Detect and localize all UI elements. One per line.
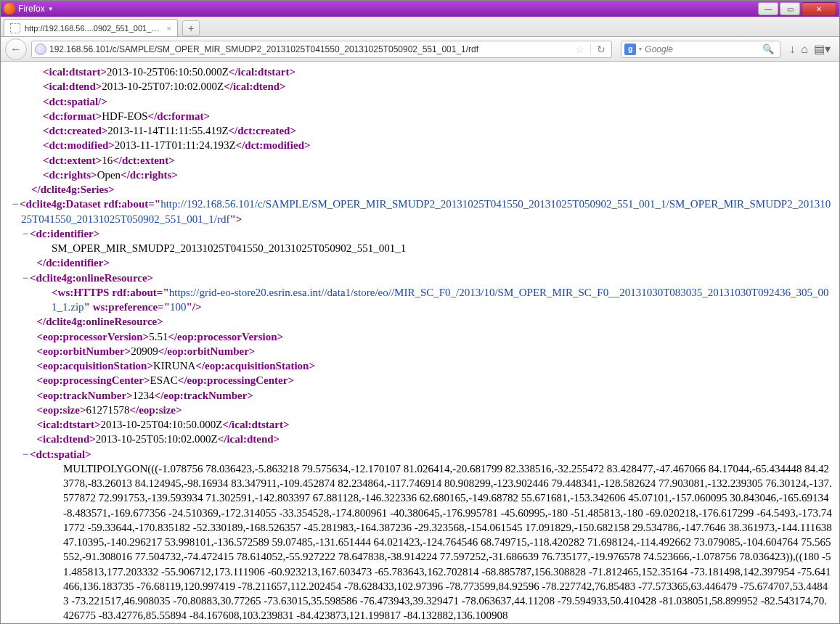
- xml-line: </dclite4g:onlineResource>: [31, 314, 832, 329]
- search-bar[interactable]: g ▾ 🔍: [621, 41, 780, 58]
- xml-line: <dc:rights>Open</dc:rights>: [43, 168, 832, 182]
- search-engine-icon[interactable]: g: [624, 44, 636, 55]
- collapse-toggle[interactable]: −: [21, 271, 30, 285]
- browser-window: Firefox ▼ — ▭ ✕ http://192.168.56....090…: [0, 0, 840, 624]
- navigation-bar: ← ☆ ↻ g ▾ 🔍 ↓ ⌂ ▤▾: [1, 37, 839, 62]
- xml-line: <eop:trackNumber>1234</eop:trackNumber>: [31, 388, 832, 403]
- close-button[interactable]: ✕: [802, 2, 836, 15]
- chevron-down-icon[interactable]: ▾: [639, 46, 642, 52]
- collapse-toggle[interactable]: −: [21, 447, 30, 461]
- xml-line: <dc:format>HDF-EOS</dc:format>: [43, 109, 832, 123]
- chevron-down-icon[interactable]: ▼: [48, 6, 54, 12]
- xml-line: </dclite4g:Series>: [31, 182, 832, 197]
- app-name: Firefox: [18, 4, 45, 14]
- search-input[interactable]: [645, 44, 759, 54]
- new-tab-button[interactable]: +: [182, 20, 200, 36]
- xml-line: MULTIPOLYGON(((-1.078756 78.036423,-5.86…: [63, 461, 832, 622]
- close-tab-icon[interactable]: ×: [167, 24, 171, 33]
- reload-icon[interactable]: ↻: [597, 44, 605, 55]
- xml-line: <dct:spatial/>: [43, 94, 832, 109]
- xml-line: <eop:size>61271578</eop:size>: [31, 403, 832, 417]
- xml-line: <ical:dtend>2013-10-25T05:10:02.000Z</ic…: [31, 432, 832, 446]
- firefox-icon: [4, 3, 15, 15]
- xml-line: −<dc:identifier>: [31, 226, 832, 241]
- collapse-toggle[interactable]: −: [11, 197, 20, 211]
- home-icon[interactable]: ⌂: [801, 43, 808, 56]
- tab-favicon: [10, 23, 20, 33]
- xml-line: SM_OPER_MIR_SMUDP2_20131025T041550_20131…: [52, 241, 832, 255]
- xml-line: <dct:created>2013-11-14T11:11:55.419Z</d…: [43, 123, 832, 138]
- bookmarks-menu-icon[interactable]: ▤▾: [814, 42, 831, 56]
- page-content[interactable]: <ical:dtstart>2013-10-25T06:10:50.000Z</…: [2, 62, 838, 622]
- xml-line: <eop:orbitNumber>20909</eop:orbitNumber>: [31, 344, 832, 358]
- xml-line: <dct:modified>2013-11-17T01:11:24.193Z</…: [43, 138, 832, 152]
- minimize-button[interactable]: —: [758, 2, 778, 15]
- collapse-toggle[interactable]: −: [21, 226, 30, 241]
- bookmark-icon[interactable]: ☆: [575, 44, 584, 55]
- back-button[interactable]: ←: [5, 38, 27, 60]
- maximize-button[interactable]: ▭: [780, 2, 800, 15]
- titlebar[interactable]: Firefox ▼ — ▭ ✕: [1, 1, 839, 17]
- url-bar[interactable]: ☆ ↻: [31, 41, 612, 58]
- tab-bar: http://192.168.56....0902_551_001_1/rdf …: [1, 17, 839, 37]
- tab-label: http://192.168.56....0902_551_001_1/rdf: [25, 24, 163, 33]
- search-icon[interactable]: 🔍: [762, 44, 774, 54]
- toolbar-icons: ↓ ⌂ ▤▾: [785, 42, 835, 56]
- xml-line: </dc:identifier>: [31, 255, 832, 270]
- xml-line: <ical:dtend>2013-10-25T07:10:02.000Z</ic…: [43, 79, 832, 94]
- downloads-icon[interactable]: ↓: [789, 43, 795, 56]
- xml-line: <eop:processingCenter>ESAC</eop:processi…: [31, 373, 832, 387]
- xml-line: <eop:acquisitionStation>KIRUNA</eop:acqu…: [31, 358, 832, 373]
- browser-tab[interactable]: http://192.168.56....0902_551_001_1/rdf …: [4, 19, 178, 36]
- xml-line: <eop:processorVersion>5.51</eop:processo…: [31, 329, 832, 344]
- xml-line: −<dclite4g:Dataset rdf:about="http://192…: [21, 197, 832, 226]
- xml-line: <ws:HTTPS rdf:about="https://grid-eo-sto…: [52, 285, 832, 315]
- xml-line: <ical:dtstart>2013-10-25T06:10:50.000Z</…: [43, 65, 832, 79]
- globe-icon: [35, 44, 46, 55]
- xml-line: −<dct:spatial>: [31, 447, 832, 461]
- divider: [590, 44, 591, 55]
- xml-line: <dct:extent>16</dct:extent>: [43, 153, 832, 168]
- xml-line: −<dclite4g:onlineResource>: [31, 271, 832, 285]
- url-input[interactable]: [49, 44, 572, 54]
- xml-line: <ical:dtstart>2013-10-25T04:10:50.000Z</…: [31, 417, 832, 432]
